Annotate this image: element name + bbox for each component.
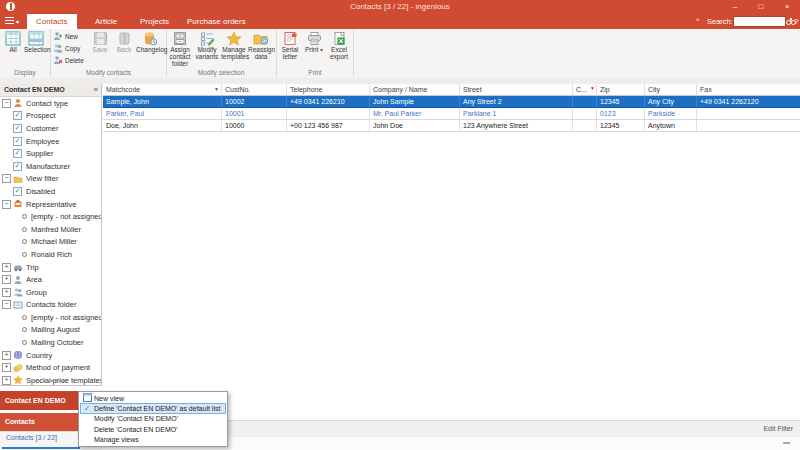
checkbox-checked-icon[interactable]: [13, 111, 22, 120]
tab-article[interactable]: Article: [86, 14, 126, 29]
selection-button[interactable]: Selection: [24, 31, 48, 68]
tab-purchase-orders[interactable]: Purchase orders: [178, 14, 255, 29]
print-button[interactable]: Print ▾: [303, 31, 325, 68]
sidebar-header[interactable]: Contact EN DEMO «: [0, 84, 101, 97]
tab-projects[interactable]: Projects: [131, 14, 178, 29]
view-tab-contacts[interactable]: Contacts [3 / 22]: [6, 434, 57, 441]
ribbon-group-modify-contacts: New Copy Delete Save: [51, 29, 167, 77]
column-header-telephone[interactable]: Telephone: [287, 84, 370, 95]
bullet-icon: [22, 252, 27, 257]
excel-icon: [332, 31, 347, 46]
tree-item-representative[interactable]: Representative: [0, 198, 101, 211]
tab-contacts[interactable]: Contacts: [27, 14, 77, 29]
grid-row[interactable]: Doe, John 10000 +00 123 456 987 John Doe…: [103, 120, 800, 132]
print-dropdown-icon[interactable]: ▾: [320, 47, 323, 53]
column-header-country[interactable]: C...▼: [573, 84, 597, 95]
maximize-button[interactable]: □: [750, 0, 772, 13]
tree-item-disabled[interactable]: Disabled: [0, 185, 101, 198]
tree-item-group[interactable]: Group: [0, 286, 101, 299]
sidebar-collapse-icon[interactable]: «: [94, 84, 98, 96]
expand-toggle-icon[interactable]: [2, 376, 11, 385]
menu-item-delete-view[interactable]: Delete 'Contact EN DEMO': [80, 424, 226, 434]
tree-item-rep-manfred-mueller[interactable]: Manfred Müller: [0, 223, 101, 236]
checkbox-checked-icon[interactable]: [13, 187, 22, 196]
copy-contact-button[interactable]: Copy: [53, 43, 80, 54]
changelog-button[interactable]: Changelog: [136, 31, 164, 68]
person-icon: [13, 98, 23, 108]
tree-item-area[interactable]: Area: [0, 273, 101, 286]
tree-item-mailing-october[interactable]: Mailing October: [0, 336, 101, 349]
expand-toggle-icon[interactable]: [2, 275, 11, 284]
all-button[interactable]: All: [3, 31, 23, 68]
payment-icon: [13, 363, 23, 373]
edit-filter-link[interactable]: Edit Filter: [763, 421, 793, 437]
folder-sync-icon: [253, 31, 269, 46]
collapse-toggle-icon[interactable]: [2, 99, 11, 108]
column-header-custno[interactable]: CustNo.: [222, 84, 287, 95]
tree-item-supplier[interactable]: Supplier: [0, 147, 101, 160]
expand-toggle-icon[interactable]: [2, 288, 11, 297]
search-input[interactable]: [733, 16, 786, 27]
close-button[interactable]: ×: [776, 0, 798, 13]
excel-export-button[interactable]: Excel export: [326, 31, 352, 68]
tree-item-customer[interactable]: Customer: [0, 122, 101, 135]
filter-icon[interactable]: ▼: [590, 84, 595, 94]
expand-toggle-icon[interactable]: [2, 351, 11, 360]
ribbon-group-modify-selection: Assign contact folder Modify variants Ma…: [166, 29, 277, 77]
column-header-company-name[interactable]: Company / Name: [370, 84, 460, 95]
tree-item-trip[interactable]: Trip: [0, 261, 101, 274]
column-header-matchcode[interactable]: Matchcode▼: [103, 84, 222, 95]
help-icon[interactable]: ?: [794, 14, 798, 29]
tree-item-view-filter[interactable]: View filter: [0, 173, 101, 186]
minimize-button[interactable]: –: [724, 0, 746, 13]
back-button[interactable]: Back: [113, 31, 135, 68]
menu-item-manage-views[interactable]: Manage views: [80, 435, 226, 445]
checkbox-checked-icon[interactable]: [13, 149, 22, 158]
scroll-grip-icon[interactable]: [783, 442, 790, 444]
checkbox-checked-icon[interactable]: [13, 137, 22, 146]
tree-item-country[interactable]: Country: [0, 349, 101, 362]
tree-item-rep-empty[interactable]: [empty - not assigned]: [0, 210, 101, 223]
tree-item-manufacturer[interactable]: Manufacturer: [0, 160, 101, 173]
variants-pencil-icon: [200, 31, 215, 46]
reassign-data-button[interactable]: Reassign data: [248, 31, 274, 68]
tree-item-method-of-payment[interactable]: Method of payment: [0, 361, 101, 374]
serial-letter-button[interactable]: Serial letter: [278, 31, 302, 68]
expand-toggle-icon[interactable]: [2, 263, 11, 272]
save-button[interactable]: Save: [88, 31, 112, 68]
checkbox-checked-icon[interactable]: [13, 124, 22, 133]
tree-item-rep-ronald-rich[interactable]: Ronald Rich: [0, 248, 101, 261]
column-header-street[interactable]: Street: [460, 84, 573, 95]
menu-item-define-default-list[interactable]: ✓ Define 'Contact EN DEMO' as default li…: [80, 403, 226, 413]
tree-item-contact-type[interactable]: Contact type: [0, 97, 101, 110]
tree-item-prospect[interactable]: Prospect: [0, 110, 101, 123]
tree-item-mailing-august[interactable]: Mailing August: [0, 324, 101, 337]
collapse-ribbon-icon[interactable]: ^: [696, 17, 699, 24]
tree-item-rep-michael-miller[interactable]: Michael Miller: [0, 236, 101, 249]
checkbox-checked-icon[interactable]: [13, 162, 22, 171]
modify-variants-button[interactable]: Modify variants: [194, 31, 220, 68]
column-header-fax[interactable]: Fax: [697, 84, 800, 95]
tree-item-contacts-folder[interactable]: Contacts folder: [0, 299, 101, 312]
grid-row-selected[interactable]: Sample, John 10002 +49 0341 226210 John …: [103, 96, 800, 108]
delete-contact-button[interactable]: Delete: [53, 55, 84, 66]
column-header-city[interactable]: City: [645, 84, 697, 95]
sidebar-splitter-handle[interactable]: [35, 380, 65, 382]
filter-tree: Contact type Prospect Customer Employee …: [0, 97, 101, 387]
collapse-toggle-icon[interactable]: [2, 300, 11, 309]
collapse-toggle-icon[interactable]: [2, 174, 11, 183]
tree-item-folder-empty[interactable]: [empty - not assigned]: [0, 311, 101, 324]
new-contact-button[interactable]: New: [53, 31, 78, 42]
sort-desc-icon[interactable]: ▼: [214, 84, 219, 95]
bullet-icon: [22, 214, 27, 219]
grid-row[interactable]: Parker, Paul 10001 Mr. Paul Parker Parkl…: [103, 108, 800, 120]
menu-item-new-view[interactable]: New view: [80, 393, 226, 403]
assign-contact-folder-button[interactable]: Assign contact folder: [167, 31, 193, 68]
collapse-toggle-icon[interactable]: [2, 200, 11, 209]
tree-item-employee[interactable]: Employee: [0, 135, 101, 148]
menu-item-modify-view[interactable]: Modify 'Contact EN DEMO': [80, 414, 226, 424]
manage-templates-button[interactable]: Manage templates: [221, 31, 247, 68]
expand-toggle-icon[interactable]: [2, 363, 11, 372]
app-menu-button[interactable]: ▾: [5, 16, 21, 27]
column-header-zip[interactable]: Zip: [597, 84, 645, 95]
